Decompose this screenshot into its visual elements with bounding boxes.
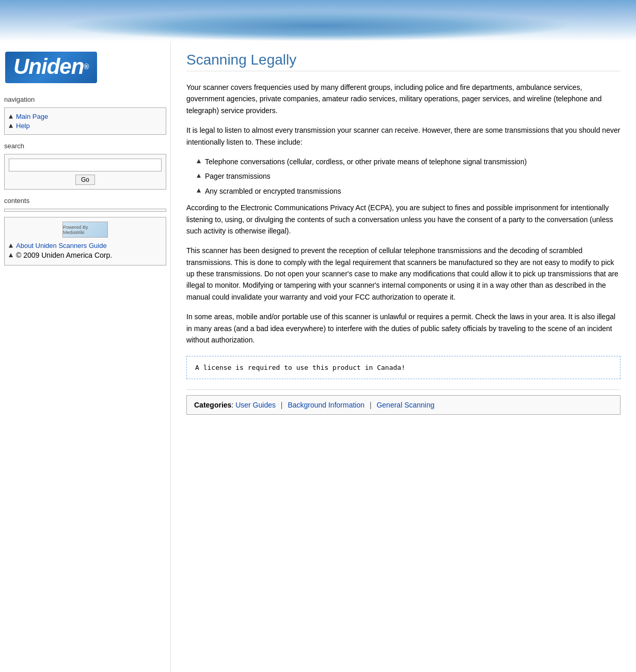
nav-item-mainpage: Main Page: [9, 113, 162, 120]
content-divider: [186, 389, 621, 390]
page-wrapper: Uniden® navigation Main Page Help search: [0, 41, 636, 672]
sidebar-contents-section: contents: [0, 195, 170, 212]
category-background-info-link[interactable]: Background Information: [288, 401, 364, 409]
paragraph-4: This scanner has been designed to preven…: [186, 245, 621, 303]
header-banner: [0, 0, 636, 41]
sidebar-navigation-section: navigation Main Page Help: [0, 93, 170, 135]
bullet-icon: [197, 159, 201, 163]
logo-area: Uniden®: [0, 46, 170, 93]
paragraph-1: Your scanner covers frequencies used by …: [186, 82, 621, 116]
mediawiki-badge: Powered By MediaWiki: [9, 222, 162, 238]
list-item-text: Telephone conversations (cellular, cordl…: [205, 156, 527, 167]
list-item-text: Pager transmissions: [205, 170, 271, 182]
nav-item-help: Help: [9, 122, 162, 130]
sidebar: Uniden® navigation Main Page Help search: [0, 41, 170, 672]
paragraph-3: According to the Electronic Communicatio…: [186, 202, 621, 237]
bullet-icon: [9, 253, 13, 257]
category-user-guides-link[interactable]: User Guides: [235, 401, 276, 409]
mediawiki-label: Powered By MediaWiki: [63, 225, 107, 235]
logo-text: Uniden: [13, 54, 84, 79]
bullet-icon: [197, 189, 201, 193]
list-item-text: Any scrambled or encrypted transmissions: [205, 185, 341, 197]
list-item-scrambled: Any scrambled or encrypted transmissions: [197, 185, 621, 197]
sidebar-footer-box: Powered By MediaWiki About Uniden Scanne…: [4, 217, 166, 265]
bullet-icon: [9, 124, 13, 128]
category-general-scanning-link[interactable]: General Scanning: [376, 401, 434, 409]
list-item-pager: Pager transmissions: [197, 170, 621, 182]
search-input[interactable]: [9, 159, 162, 171]
search-box: Go: [4, 154, 166, 190]
help-link[interactable]: Help: [16, 122, 30, 130]
footer-copyright-item: © 2009 Uniden America Corp.: [9, 251, 162, 259]
paragraph-5: In some areas, mobile and/or portable us…: [186, 311, 621, 346]
list-item-telephone: Telephone conversations (cellular, cordl…: [197, 156, 621, 167]
category-pipe-2: |: [370, 401, 372, 409]
categories-colon: :: [231, 401, 233, 409]
search-go-button[interactable]: Go: [75, 175, 95, 185]
sidebar-search-section: search Go: [0, 140, 170, 190]
bullet-icon: [9, 115, 13, 119]
contents-bar: [4, 209, 166, 212]
footer-about-item: About Uniden Scanners Guide: [9, 242, 162, 249]
paragraph-2: It is legal to listen to almost every tr…: [186, 124, 621, 148]
uniden-logo: Uniden®: [5, 52, 97, 83]
main-page-link[interactable]: Main Page: [16, 113, 48, 120]
navigation-box: Main Page Help: [4, 107, 166, 135]
bullet-icon: [9, 244, 13, 248]
logo-trademark: ®: [84, 62, 88, 71]
search-label: search: [0, 140, 170, 152]
illegal-transmissions-list: Telephone conversations (cellular, cordl…: [197, 156, 621, 197]
about-link[interactable]: About Uniden Scanners Guide: [16, 242, 107, 249]
contents-label: contents: [0, 195, 170, 207]
categories-label: Categories: [194, 401, 231, 409]
canada-notice-box: A license is required to use this produc…: [186, 356, 621, 379]
main-content: Scanning Legally Your scanner covers fre…: [170, 41, 636, 672]
canada-notice-text: A license is required to use this produc…: [195, 364, 405, 371]
page-title: Scanning Legally: [186, 52, 621, 71]
category-pipe-1: |: [281, 401, 283, 409]
navigation-label: navigation: [0, 93, 170, 105]
categories-row: Categories: User Guides | Background Inf…: [186, 395, 621, 415]
bullet-icon: [197, 174, 201, 178]
copyright-text: © 2009 Uniden America Corp.: [16, 251, 112, 259]
mediawiki-icon: Powered By MediaWiki: [62, 222, 108, 238]
